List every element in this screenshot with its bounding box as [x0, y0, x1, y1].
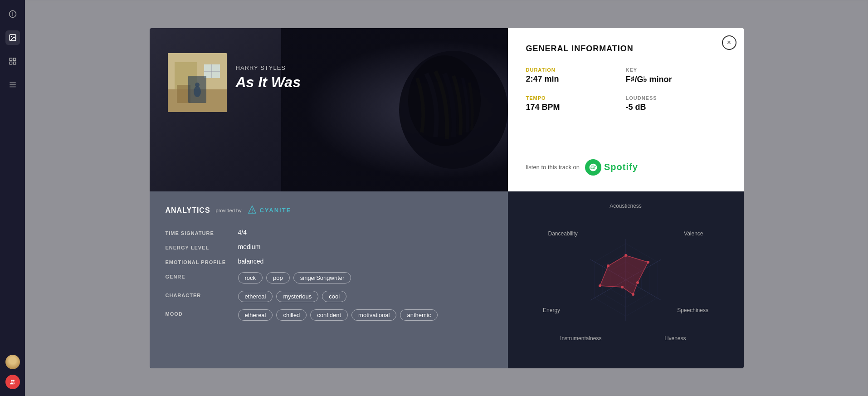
emotional-profile-row: EMOTIONAL PROFILE balanced [166, 258, 492, 265]
radar-label-instrumentalness: Instrumentalness [560, 335, 601, 342]
tag-anthemic: anthemic [400, 309, 438, 321]
track-info: HARRY STYLES As It Was [236, 64, 301, 91]
tag-mysterious: mysterious [276, 291, 318, 302]
tag-pop: pop [266, 272, 290, 284]
key-label: KEY [626, 67, 726, 73]
cyanite-logo: CYANITE [247, 205, 291, 216]
close-button[interactable]: × [722, 35, 736, 50]
modal-top: HARRY STYLES As It Was GENERAL INFORMATI… [150, 28, 744, 191]
tag-rock: rock [238, 272, 263, 284]
emotional-profile-value: balanced [238, 258, 264, 265]
mood-row: MOOD ethereal chilled confident motivati… [166, 309, 492, 321]
svg-rect-18 [177, 85, 190, 103]
radar-label-energy: Energy [543, 307, 560, 313]
tag-ethereal-mood: ethereal [238, 309, 273, 321]
hero-background-art [281, 28, 508, 191]
spotify-label: Spotify [604, 162, 638, 172]
tempo-value: 174 BPM [526, 103, 626, 112]
modal-overlay: × [25, 0, 868, 396]
sidebar-icon-info[interactable]: i [5, 7, 20, 21]
radar-svg [567, 225, 685, 334]
sidebar-icon-list[interactable] [5, 78, 20, 92]
tag-cool: cool [322, 291, 346, 302]
svg-point-3 [11, 36, 12, 37]
time-signature-key: TIME SIGNATURE [166, 229, 238, 236]
character-key: CHARACTER [166, 291, 238, 298]
tag-confident: confident [310, 309, 348, 321]
svg-point-38 [624, 254, 627, 257]
album-art-image [168, 53, 227, 112]
svg-point-12 [13, 380, 15, 381]
duration-value: 2:47 min [526, 74, 626, 84]
sidebar: i [0, 0, 25, 396]
svg-point-44 [607, 264, 610, 267]
tag-singersongwriter: singerSongwriter [293, 272, 351, 284]
svg-point-40 [636, 281, 639, 284]
svg-rect-7 [13, 62, 15, 64]
genre-key: GENRE [166, 272, 238, 279]
radar-container: Acousticness Valence Speechiness Livenes… [540, 203, 712, 357]
key-value: F♯/G♭ minor [626, 74, 726, 84]
tempo-item: TEMPO 174 BPM [526, 95, 626, 112]
spotify-text: listen to this track on [526, 164, 580, 171]
svg-point-41 [632, 293, 634, 296]
genre-tags: rock pop singerSongwriter [238, 272, 351, 284]
svg-point-42 [621, 286, 624, 288]
provided-by-text: provided by [216, 208, 242, 213]
svg-rect-6 [10, 62, 12, 64]
collab-icon[interactable] [5, 375, 20, 389]
mood-key: MOOD [166, 309, 238, 317]
modal-bottom: ANALYTICS provided by CYANITE TIME S [150, 191, 744, 368]
album-art [168, 53, 227, 112]
emotional-profile-key: EMOTIONAL PROFILE [166, 258, 238, 265]
radar-label-valence: Valence [684, 230, 703, 237]
character-tags: ethereal mysterious cool [238, 291, 347, 302]
duration-label: DURATION [526, 67, 626, 73]
radar-label-acousticness: Acousticness [610, 203, 642, 209]
svg-text:i: i [12, 11, 13, 17]
general-info-title: GENERAL INFORMATION [526, 44, 726, 54]
spotify-section[interactable]: listen to this track on Spotify [526, 159, 638, 176]
character-row: CHARACTER ethereal mysterious cool [166, 291, 492, 302]
duration-item: DURATION 2:47 min [526, 67, 626, 84]
svg-rect-5 [13, 58, 15, 60]
spotify-icon [585, 159, 601, 176]
loudness-value: -5 dB [626, 103, 726, 112]
track-artist: HARRY STYLES [236, 64, 301, 71]
svg-rect-16 [168, 89, 227, 112]
spotify-logo[interactable]: Spotify [585, 159, 638, 176]
energy-level-row: ENERGY LEVEL medium [166, 243, 492, 250]
loudness-item: LOUDNESS -5 dB [626, 95, 726, 112]
genre-row: GENRE rock pop singerSongwriter [166, 272, 492, 284]
time-signature-value: 4/4 [238, 229, 247, 236]
radar-chart-panel: Acousticness Valence Speechiness Livenes… [508, 191, 744, 368]
svg-point-26 [252, 212, 253, 213]
tempo-label: TEMPO [526, 95, 626, 101]
analytics-header: ANALYTICS provided by CYANITE [166, 205, 492, 216]
svg-point-43 [599, 284, 601, 287]
avatar[interactable] [5, 355, 20, 369]
tag-chilled: chilled [276, 309, 307, 321]
hero-section: HARRY STYLES As It Was [150, 28, 508, 191]
radar-label-liveness: Liveness [664, 335, 686, 342]
analytics-panel: ANALYTICS provided by CYANITE TIME S [150, 191, 508, 368]
svg-point-22 [194, 86, 201, 97]
svg-point-11 [11, 380, 13, 381]
loudness-label: LOUDNESS [626, 95, 726, 101]
tag-motivational: motivational [351, 309, 396, 321]
energy-level-value: medium [238, 243, 261, 250]
key-item: KEY F♯/G♭ minor [626, 67, 726, 84]
info-grid: DURATION 2:47 min KEY F♯/G♭ minor TEMPO … [526, 67, 726, 112]
analytics-title: ANALYTICS [166, 206, 210, 215]
sidebar-icon-layout[interactable] [5, 54, 20, 68]
cyanite-text: CYANITE [259, 207, 291, 214]
modal: × [150, 28, 744, 368]
sidebar-icon-image[interactable] [5, 30, 20, 45]
time-signature-row: TIME SIGNATURE 4/4 [166, 229, 492, 236]
svg-point-39 [647, 261, 649, 264]
svg-rect-4 [10, 58, 12, 60]
energy-level-key: ENERGY LEVEL [166, 243, 238, 250]
mood-tags: ethereal chilled confident motivational … [238, 309, 438, 321]
track-title: As It Was [236, 74, 301, 91]
svg-point-23 [195, 83, 200, 87]
